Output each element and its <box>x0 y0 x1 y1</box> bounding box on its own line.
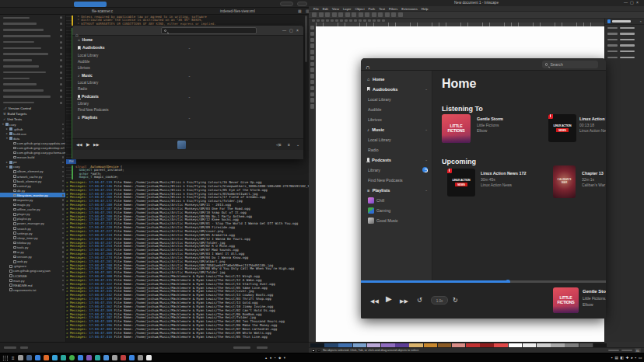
indicator-icon[interactable]: ▪ <box>611 356 613 360</box>
sidebar-section-build-targets[interactable]: ⚒Build Targets <box>0 111 65 117</box>
toolbar-icon[interactable] <box>398 12 403 17</box>
toolbar-icon[interactable] <box>378 12 383 17</box>
dock-close-icon[interactable]: × <box>639 19 642 23</box>
sidebar-item-podcasts[interactable]: Podcasts⌄ <box>361 155 432 165</box>
menu-filters[interactable]: Filters <box>389 7 397 11</box>
indicator-icon[interactable]: ▭ <box>639 356 642 360</box>
close-dot-icon[interactable] <box>60 59 62 61</box>
sidebar-item-find-new-podcasts[interactable]: Find New Podcasts <box>72 107 197 113</box>
sidebar-item-music[interactable]: Music⌄ <box>361 124 432 134</box>
tool-control-icon[interactable] <box>345 19 348 23</box>
menu-layer[interactable]: Layer <box>343 7 351 11</box>
cozy-headerbar[interactable]: ∩ Search <box>361 58 606 71</box>
tool-icon[interactable] <box>310 62 314 66</box>
chevron-down-icon[interactable]: ⌄ <box>425 127 428 131</box>
sidebar-item-librivox[interactable]: Librivox <box>361 114 432 124</box>
tool-icon[interactable] <box>310 92 314 96</box>
taskbar-app-icon[interactable] <box>35 355 40 360</box>
close-dot-icon[interactable] <box>60 53 62 55</box>
indicator-icon[interactable]: ▤ <box>614 356 618 360</box>
sidebar-item-local-library[interactable]: Local Library <box>361 134 432 144</box>
forward-button[interactable]: ↻ <box>453 294 458 306</box>
tool-control-icon[interactable] <box>340 19 343 23</box>
tool-control-icon[interactable] <box>359 19 362 23</box>
sidebar-item-gaming[interactable]: Gaming <box>361 205 432 215</box>
tool-icon[interactable] <box>310 98 314 102</box>
tool-control-icon[interactable] <box>312 19 315 23</box>
tool-control-icon[interactable] <box>377 19 380 23</box>
toolbar-icon[interactable] <box>391 12 396 17</box>
sidebar-section-version-control[interactable]: ⎇Version Control <box>0 106 65 111</box>
zoom-level[interactable]: 35 <box>635 348 641 353</box>
sidebar-item-find-new-podcasts[interactable]: Find New Podcasts <box>361 175 432 185</box>
toolbar-icon[interactable] <box>338 12 343 17</box>
toolbar-icon[interactable] <box>345 12 350 17</box>
tab-ui-file[interactable]: indexed-files-view.xml <box>220 8 255 15</box>
tool-control-icon[interactable] <box>373 19 376 23</box>
sidebar-item-audiobooks[interactable]: Audiobooks⌄ <box>361 84 432 94</box>
sidebar-item-librivox[interactable]: Librivox <box>72 65 197 71</box>
messages-log-panel[interactable]: » Messages: 17:04:47.139 File Name: /hom… <box>66 180 309 342</box>
next-button[interactable]: ▶▶ <box>400 295 408 307</box>
search-input[interactable]: Search <box>542 61 598 68</box>
sidebar-item-audiobooks[interactable]: Audiobooks⌄ <box>72 44 197 53</box>
chevron-down-icon[interactable]: ⌄ <box>188 116 191 120</box>
run-button[interactable] <box>74 2 107 7</box>
taskbar-app-icon[interactable] <box>69 355 75 360</box>
toolbar-icon[interactable] <box>325 12 330 17</box>
next-icon[interactable]: ▶▶ <box>93 139 100 151</box>
tool-icon[interactable] <box>310 80 314 84</box>
sidebar-item-radio[interactable]: Radio <box>361 144 432 155</box>
tool-icon[interactable] <box>310 26 314 30</box>
menu-object[interactable]: Object <box>355 7 364 11</box>
taskbar-app-icon[interactable] <box>26 355 32 360</box>
tool-control-icon[interactable] <box>382 19 385 23</box>
sidebar-item-playlists[interactable]: Playlists⌄ <box>72 113 197 122</box>
open-file-row[interactable] <box>0 15 65 21</box>
sidebar-item-local-library[interactable]: Local Library <box>72 52 197 58</box>
tool-control-icon[interactable] <box>368 19 371 23</box>
open-file-row[interactable] <box>0 93 65 99</box>
toolbar-icon[interactable] <box>372 12 376 17</box>
close-dot-icon[interactable] <box>60 41 62 44</box>
chevron-down-icon[interactable]: ⌄ <box>425 188 428 192</box>
taskbar-app-icon[interactable] <box>121 355 126 360</box>
open-file-row[interactable] <box>0 39 65 45</box>
chevron-down-icon[interactable]: ⌄ <box>188 46 191 50</box>
previous-icon[interactable]: ◀◀ <box>76 139 82 151</box>
open-file-row[interactable] <box>0 69 65 75</box>
close-dot-icon[interactable] <box>60 96 62 98</box>
tool-control-icon[interactable] <box>354 19 357 23</box>
sidebar-item-library[interactable]: Library <box>361 165 432 175</box>
tray-icon[interactable]: ◆ <box>278 356 281 360</box>
close-dot-icon[interactable] <box>60 89 62 92</box>
mini-minimize-icon[interactable]: — <box>282 26 286 36</box>
menu-help[interactable]: Help <box>422 7 429 11</box>
taskbar-app-icon[interactable] <box>86 355 92 360</box>
sidebar-item-audible[interactable]: Audible <box>361 104 432 114</box>
sidebar-item-local-library[interactable]: Local Library <box>72 79 197 85</box>
tool-control-icon[interactable] <box>317 19 320 23</box>
open-file-row[interactable] <box>0 45 65 51</box>
mini-headerbar[interactable]: ⌂ — ▢ × <box>72 26 303 36</box>
open-file-row[interactable] <box>0 57 65 64</box>
close-dot-icon[interactable] <box>60 102 62 104</box>
collapse-icon[interactable]: ⌄ <box>296 139 299 151</box>
close-dot-icon[interactable] <box>60 35 62 37</box>
open-file-row[interactable] <box>0 99 65 106</box>
sidebar-item-radio[interactable]: Radio <box>72 86 197 92</box>
taskbar-app-icon[interactable] <box>95 355 100 360</box>
tray-icon[interactable]: ▾ <box>284 356 285 360</box>
card-art-cw[interactable]: CALIBAN'SWAR <box>553 165 576 198</box>
volume-icon[interactable]: ◁≡ <box>276 139 282 151</box>
omnibar-device-pill[interactable] <box>280 2 293 6</box>
tool-control-icon[interactable] <box>326 19 329 23</box>
taskbar-app-icon[interactable] <box>103 355 109 360</box>
sidebar-item-home[interactable]: Home <box>361 74 432 84</box>
open-file-row[interactable] <box>0 33 65 39</box>
tray-icon[interactable]: ● <box>270 356 272 360</box>
toolbar-icon[interactable] <box>365 12 369 17</box>
tool-icon[interactable] <box>310 44 314 47</box>
tool-icon[interactable] <box>310 74 314 78</box>
close-dot-icon[interactable] <box>60 47 62 49</box>
